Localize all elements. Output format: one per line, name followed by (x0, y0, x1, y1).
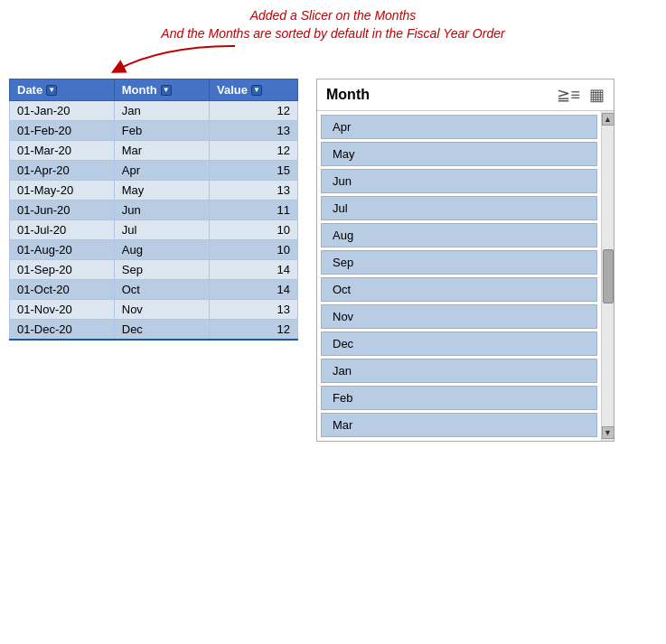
slicer-item[interactable]: Aug (321, 223, 597, 247)
cell-date: 01-Aug-20 (10, 240, 115, 260)
slicer-item[interactable]: Sep (321, 250, 597, 275)
cell-date: 01-May-20 (10, 181, 115, 201)
col-header-value[interactable]: Value ▼ (210, 79, 298, 101)
cell-month: Apr (114, 161, 209, 181)
cell-value: 13 (210, 300, 298, 320)
annotation-line2: And the Months are sorted by default in … (0, 25, 666, 43)
date-dropdown-icon[interactable]: ▼ (46, 85, 57, 96)
cell-month: Jan (114, 101, 209, 121)
cell-month: Aug (114, 240, 209, 260)
slicer-body: AprMayJunJulAugSepOctNovDecJanFebMar (317, 111, 601, 441)
scroll-thumb[interactable] (603, 249, 614, 303)
data-table-container: Date ▼ Month ▼ Value ▼ (9, 79, 298, 442)
cell-date: 01-Sep-20 (10, 260, 115, 280)
cell-month: Sep (114, 260, 209, 280)
scroll-down-button[interactable]: ▼ (602, 426, 614, 439)
cell-value: 13 (210, 181, 298, 201)
scroll-up-button[interactable]: ▲ (602, 113, 614, 126)
table-row: 01-Jan-20Jan12 (10, 101, 298, 121)
cell-month: Jun (114, 201, 209, 220)
slicer-item[interactable]: Jul (321, 196, 597, 220)
cell-value: 11 (210, 201, 298, 220)
cell-month: Nov (114, 300, 209, 320)
slicer-item[interactable]: Nov (321, 304, 597, 329)
slicer-title: Month (326, 87, 557, 103)
cell-value: 13 (210, 121, 298, 141)
arrow-area (36, 42, 666, 75)
table-row: 01-Nov-20Nov13 (10, 300, 298, 320)
slicer-item[interactable]: Mar (321, 413, 597, 437)
slicer-item[interactable]: Apr (321, 115, 597, 139)
arrow-icon (90, 42, 271, 75)
cell-date: 01-Jan-20 (10, 101, 115, 121)
cell-month: Oct (114, 280, 209, 300)
table-row: 01-Oct-20Oct14 (10, 280, 298, 300)
table-row: 01-Jul-20Jul10 (10, 220, 298, 240)
annotation-block: Added a Slicer on the Months And the Mon… (0, 7, 666, 42)
slicer-with-scroll: AprMayJunJulAugSepOctNovDecJanFebMar ▲ ▼ (317, 111, 614, 441)
cell-date: 01-Nov-20 (10, 300, 115, 320)
table-row: 01-Sep-20Sep14 (10, 260, 298, 280)
cell-date: 01-Apr-20 (10, 161, 115, 181)
cell-value: 10 (210, 220, 298, 240)
cell-month: Jul (114, 220, 209, 240)
col-header-month[interactable]: Month ▼ (114, 79, 209, 101)
clear-filter-icon[interactable]: ▦ (589, 85, 605, 105)
slicer-item[interactable]: Jan (321, 359, 597, 383)
cell-month: Feb (114, 121, 209, 141)
cell-date: 01-Jul-20 (10, 220, 115, 240)
slicer-item[interactable]: Dec (321, 331, 597, 356)
table-row: 01-Aug-20Aug10 (10, 240, 298, 260)
table-row: 01-Mar-20Mar12 (10, 141, 298, 161)
cell-date: 01-Dec-20 (10, 320, 115, 341)
cell-value: 10 (210, 240, 298, 260)
slicer-item[interactable]: May (321, 142, 597, 166)
table-row: 01-Dec-20Dec12 (10, 320, 298, 341)
slicer-item[interactable]: Oct (321, 277, 597, 302)
slicer-item[interactable]: Feb (321, 386, 597, 410)
table-row: 01-Jun-20Jun11 (10, 201, 298, 220)
cell-value: 12 (210, 141, 298, 161)
cell-date: 01-Jun-20 (10, 201, 115, 220)
cell-date: 01-Feb-20 (10, 121, 115, 141)
slicer-scrollbar[interactable]: ▲ ▼ (601, 111, 614, 441)
cell-date: 01-Mar-20 (10, 141, 115, 161)
slicer-header: Month ≧≡ ▦ (317, 79, 614, 111)
value-dropdown-icon[interactable]: ▼ (251, 85, 262, 96)
annotation-line1: Added a Slicer on the Months (0, 7, 666, 25)
cell-value: 14 (210, 280, 298, 300)
table-row: 01-May-20May13 (10, 181, 298, 201)
slicer-icon-group: ≧≡ ▦ (557, 85, 605, 105)
cell-value: 12 (210, 320, 298, 341)
data-table: Date ▼ Month ▼ Value ▼ (9, 79, 298, 341)
cell-month: May (114, 181, 209, 201)
month-dropdown-icon[interactable]: ▼ (161, 85, 172, 96)
cell-value: 15 (210, 161, 298, 181)
cell-month: Mar (114, 141, 209, 161)
cell-date: 01-Oct-20 (10, 280, 115, 300)
slicer-panel: Month ≧≡ ▦ AprMayJunJulAugSepOctNovDecJa… (316, 79, 614, 442)
main-content: Date ▼ Month ▼ Value ▼ (0, 79, 666, 442)
slicer-item[interactable]: Jun (321, 169, 597, 193)
multi-select-icon[interactable]: ≧≡ (557, 85, 580, 105)
col-header-date[interactable]: Date ▼ (10, 79, 115, 101)
table-row: 01-Apr-20Apr15 (10, 161, 298, 181)
table-row: 01-Feb-20Feb13 (10, 121, 298, 141)
cell-month: Dec (114, 320, 209, 341)
cell-value: 14 (210, 260, 298, 280)
cell-value: 12 (210, 101, 298, 121)
